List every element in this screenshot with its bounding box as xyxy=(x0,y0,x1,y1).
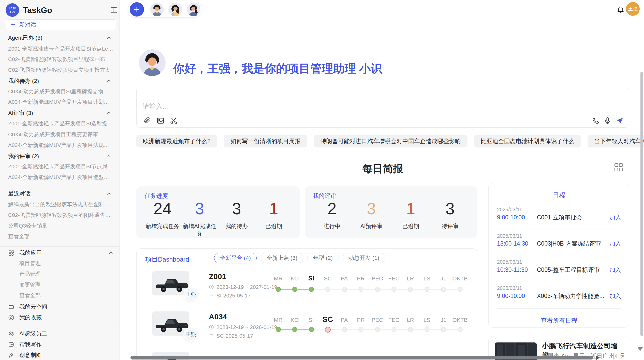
chevron-up-icon[interactable] xyxy=(108,250,113,256)
new-chat-button[interactable]: 新对话 xyxy=(6,19,116,30)
user-avatar[interactable]: 王强 xyxy=(626,2,640,16)
schedule-item[interactable]: 13:00-14:30 C003|H0B-方案冻结评审 加入 xyxy=(497,240,621,248)
avatar[interactable] xyxy=(150,3,164,16)
horizontal-scrollbar[interactable] xyxy=(130,356,593,359)
list-item[interactable]: C0X4-动力总成开发项目SI里程碑提交物检查 xyxy=(8,88,113,95)
view-all-chats-link[interactable]: 查看全部... xyxy=(8,233,113,240)
schedule-time: 9:00-10:00 xyxy=(497,214,537,221)
suggestion-chip[interactable]: 比亚迪全固态电池计划具体说了什么 xyxy=(474,135,581,147)
sidebar-item-cloud-space[interactable]: 我的云空间 xyxy=(8,303,113,311)
send-icon[interactable] xyxy=(616,117,624,125)
milestone-dot xyxy=(402,286,419,293)
dashboard-filters: 全新平台 (4) 全新上装 (3) 年型 (2) 动总开发 (1) xyxy=(214,253,385,263)
list-item[interactable]: Z001-全新燃油轻卡产品开发项目SI节点属性5D文件评审 xyxy=(8,163,113,170)
suggestion-chip[interactable]: 特朗普可能对进口汽车增税会对中国车企造成哪些影响 xyxy=(314,135,467,147)
phone-icon[interactable] xyxy=(592,117,600,125)
sidebar-item-product-mgmt[interactable]: 产品管理 xyxy=(19,271,113,278)
avatar[interactable] xyxy=(168,3,182,16)
schedule-item[interactable]: 9:00-10:00 C001-立项审批会 加入 xyxy=(497,214,621,221)
logo-text-2: Go xyxy=(10,10,15,14)
stat-value: 1 xyxy=(255,200,292,218)
list-item[interactable]: C02-飞腾新能源轻客改款项目立项汇报方案 xyxy=(8,66,113,73)
section-my-todo[interactable]: 我的待办 (2) xyxy=(8,78,111,85)
sidebar-item-label: 我的应用 xyxy=(19,249,103,257)
scroll-down-arrow[interactable] xyxy=(638,347,643,351)
chevron-up-icon[interactable] xyxy=(106,79,111,84)
sidebar-item-project-mgmt[interactable]: 项目管理 xyxy=(19,260,113,267)
milestone-dot-done xyxy=(303,286,319,293)
assistant-switcher xyxy=(128,1,202,18)
list-item[interactable]: Z001-全新燃油轻卡产品开发项目SI造型提交物评审 xyxy=(8,120,113,127)
list-item[interactable]: A034-全新新能源MUV产品开发项目造型可行性评审 xyxy=(8,174,113,181)
list-item[interactable]: A034-全新新能源MUV产品开发项目计划变更表编写 xyxy=(8,98,113,106)
join-link[interactable]: 加入 xyxy=(609,292,621,300)
list-item[interactable]: 解释最新出台的欧盟报废车法规再生塑料比例被调至15%... xyxy=(8,201,113,208)
vertical-scrollbar[interactable] xyxy=(640,72,643,336)
section-ai-review[interactable]: AI评审 (3) xyxy=(8,110,111,117)
milestone-label: FEC xyxy=(386,275,402,282)
card-title: 任务进度 xyxy=(144,192,168,200)
stat: 3 我的待办 xyxy=(218,200,255,238)
scissors-icon[interactable] xyxy=(170,117,178,125)
filter-pill[interactable]: 全新平台 (4) xyxy=(214,253,257,263)
section-my-review[interactable]: 我的评审 (2) xyxy=(8,153,111,160)
list-item[interactable]: C02-飞腾新能源轻客改款项目的闭环通告反馈情况 xyxy=(8,212,113,219)
task-progress-card: 任务进度 24 新增完成任务 3 新增AI完成任务 3 我的待办 1 已逾期 xyxy=(136,186,300,238)
suggestion-chip[interactable]: 欧洲新规最近颁布了什么? xyxy=(136,135,217,147)
scroll-right-arrow[interactable] xyxy=(596,355,600,360)
suggestion-chip[interactable]: 当下年轻人对汽车外观有怎样的喜好趋势 xyxy=(588,135,644,147)
schedule-time: 9:00-10:00 xyxy=(497,293,537,299)
join-link[interactable]: 加入 xyxy=(609,266,621,274)
sidebar-item-help-write[interactable]: 帮我写作 xyxy=(8,340,113,349)
sidebar-item-change-mgmt[interactable]: 变更管理 xyxy=(19,281,113,288)
filter-pill[interactable]: 动总开发 (1) xyxy=(343,253,385,263)
collapse-sidebar-icon[interactable] xyxy=(110,6,118,14)
mic-icon[interactable] xyxy=(604,117,612,125)
section-agent-done[interactable]: Agent已办 (3) xyxy=(8,34,111,41)
chevron-up-icon[interactable] xyxy=(106,35,111,40)
view-all-schedule-link[interactable]: 查看所有日程 xyxy=(489,317,630,325)
chevron-up-icon[interactable] xyxy=(106,154,111,159)
project-row[interactable]: 王强 A034 2023-12-19 ~ 2026-01-19 SC-2025-… xyxy=(137,311,477,352)
avatar[interactable] xyxy=(187,3,200,16)
sidebar-item-favorites[interactable]: 我的收藏 xyxy=(8,313,113,322)
sidebar-item-creative-draw[interactable]: 创意制图 xyxy=(8,351,113,359)
milestone-label: PA xyxy=(336,275,353,282)
suggestion-chip[interactable]: 如何写一份清晰的项目周报 xyxy=(224,135,307,147)
chat-input[interactable] xyxy=(143,99,448,113)
project-row[interactable]: 王强 Z001 2023-12-19 ~ 2027-01-19 SI-2025-… xyxy=(137,271,477,312)
schedule-item[interactable]: 10:30-11:30 C005-整车工程目标评审 加入 xyxy=(497,266,621,274)
milestone-dot xyxy=(419,286,435,293)
dashboard-title: 项目Dashboard xyxy=(145,255,189,264)
image-icon[interactable] xyxy=(156,117,165,125)
list-item[interactable]: 公司Q3轻卡销量 xyxy=(8,222,113,229)
list-item[interactable]: C0X4-动力总成开发项目工程变更评审 xyxy=(8,131,113,138)
chevron-up-icon[interactable] xyxy=(106,111,111,116)
join-link[interactable]: 加入 xyxy=(609,240,621,248)
list-item[interactable]: C02-飞腾新能源轻客改款项目里程碑画布 xyxy=(8,56,113,63)
sidebar-item-ai-employee[interactable]: AI超级员工 xyxy=(8,329,113,338)
milestone-dot xyxy=(369,326,386,333)
section-recent-chats[interactable]: 最近对话 xyxy=(8,190,111,197)
view-all-apps-link[interactable]: 查看全部... xyxy=(19,292,113,299)
filter-pill[interactable]: 全新上装 (3) xyxy=(261,253,303,263)
schedule-item[interactable]: 9:00-10:00 X003-车辆动力学性能验... 加入 xyxy=(497,292,621,300)
chevron-up-icon[interactable] xyxy=(106,191,111,196)
stat-label: 已逾期 xyxy=(255,222,292,230)
stat: 24 新增完成任务 xyxy=(144,200,181,238)
milestone-dot xyxy=(452,326,468,333)
add-assistant-button[interactable] xyxy=(130,2,144,17)
layout-grid-icon[interactable] xyxy=(613,162,624,172)
notification-bell-icon[interactable] xyxy=(617,6,625,14)
milestone-dot xyxy=(419,326,435,333)
stat: 1 已逾期 xyxy=(391,200,431,230)
list-item[interactable]: A034-全新新能源MUV产品开发项目法规符合性评审 xyxy=(8,142,113,149)
attachment-icon[interactable] xyxy=(143,117,151,125)
filter-pill[interactable]: 年型 (2) xyxy=(307,253,339,263)
milestone-dot xyxy=(435,286,452,293)
stat: 1 已逾期 xyxy=(255,200,292,238)
milestone-dot-done xyxy=(270,286,286,293)
join-link[interactable]: 加入 xyxy=(609,214,621,221)
sidebar-item-my-apps[interactable]: 我的应用 xyxy=(8,249,113,257)
list-item[interactable]: Z001-全新燃油皮卡产品开发项目SI节点Lesson Learn报告 xyxy=(8,45,113,52)
